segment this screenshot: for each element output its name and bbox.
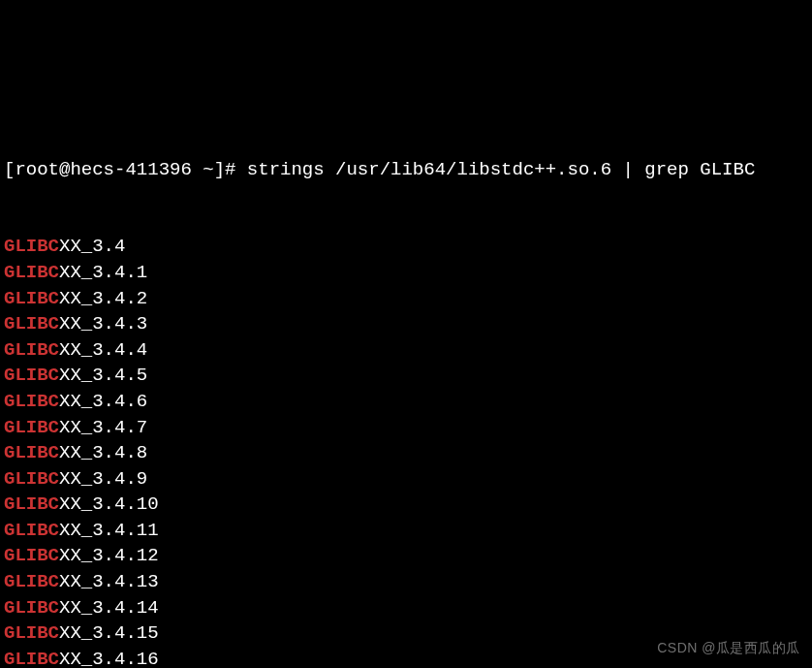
output-line: GLIBCXX_3.4.9: [4, 466, 808, 493]
output-text: XX_3.4.14: [59, 597, 159, 619]
grep-match-highlight: GLIBC: [4, 262, 59, 283]
output-text: XX_3.4: [59, 236, 125, 257]
grep-match-highlight: GLIBC: [4, 391, 59, 412]
output-text: XX_3.4.3: [59, 313, 147, 334]
terminal-output: [root@hecs-411396 ~]# strings /usr/lib64…: [0, 103, 812, 668]
output-text: XX_3.4.5: [59, 365, 147, 386]
grep-match-highlight: GLIBC: [4, 571, 59, 592]
output-text: XX_3.4.4: [59, 339, 147, 361]
output-line: GLIBCXX_3.4.5: [4, 363, 808, 389]
grep-match-highlight: GLIBC: [4, 493, 59, 515]
grep-match-highlight: GLIBC: [4, 649, 59, 668]
grep-match-highlight: GLIBC: [4, 597, 59, 619]
shell-command: strings /usr/lib64/libstdc++.so.6 | grep…: [247, 159, 756, 180]
output-text: XX_3.4.11: [59, 520, 159, 541]
output-line: GLIBCXX_3.4.10: [4, 492, 808, 518]
output-text: XX_3.4.13: [59, 571, 159, 592]
grep-match-highlight: GLIBC: [4, 236, 59, 257]
grep-match-highlight: GLIBC: [4, 417, 59, 438]
grep-match-highlight: GLIBC: [4, 520, 59, 541]
output-text: XX_3.4.2: [59, 288, 147, 309]
output-line: GLIBCXX_3.4: [4, 234, 808, 260]
output-text: XX_3.4.7: [59, 417, 147, 438]
output-line: GLIBCXX_3.4.8: [4, 440, 808, 466]
output-text: XX_3.4.8: [59, 442, 147, 463]
grep-match-highlight: GLIBC: [4, 288, 59, 309]
output-text: XX_3.4.16: [59, 649, 159, 668]
shell-prompt-line: [root@hecs-411396 ~]# strings /usr/lib64…: [4, 157, 808, 183]
grep-match-highlight: GLIBC: [4, 365, 59, 386]
output-line: GLIBCXX_3.4.3: [4, 311, 808, 337]
output-text: XX_3.4.10: [59, 493, 159, 515]
output-text: XX_3.4.15: [59, 622, 159, 644]
output-line: GLIBCXX_3.4.4: [4, 337, 808, 364]
grep-output: GLIBCXX_3.4GLIBCXX_3.4.1GLIBCXX_3.4.2GLI…: [4, 234, 808, 668]
output-line: GLIBCXX_3.4.11: [4, 518, 808, 544]
grep-match-highlight: GLIBC: [4, 622, 59, 644]
output-line: GLIBCXX_3.4.7: [4, 415, 808, 441]
grep-match-highlight: GLIBC: [4, 339, 59, 361]
grep-match-highlight: GLIBC: [4, 442, 59, 463]
output-text: XX_3.4.1: [59, 262, 147, 283]
output-text: XX_3.4.9: [59, 468, 147, 490]
grep-match-highlight: GLIBC: [4, 545, 59, 566]
csdn-watermark: CSDN @瓜是西瓜的瓜: [657, 639, 800, 658]
output-line: GLIBCXX_3.4.12: [4, 543, 808, 569]
output-line: GLIBCXX_3.4.13: [4, 569, 808, 595]
output-line: GLIBCXX_3.4.6: [4, 389, 808, 415]
shell-prompt-prefix: [root@hecs-411396 ~]#: [4, 159, 247, 180]
grep-match-highlight: GLIBC: [4, 313, 59, 334]
grep-match-highlight: GLIBC: [4, 468, 59, 490]
output-text: XX_3.4.12: [59, 545, 159, 566]
output-line: GLIBCXX_3.4.1: [4, 260, 808, 286]
output-line: GLIBCXX_3.4.2: [4, 286, 808, 312]
output-line: GLIBCXX_3.4.14: [4, 595, 808, 621]
output-text: XX_3.4.6: [59, 391, 147, 412]
